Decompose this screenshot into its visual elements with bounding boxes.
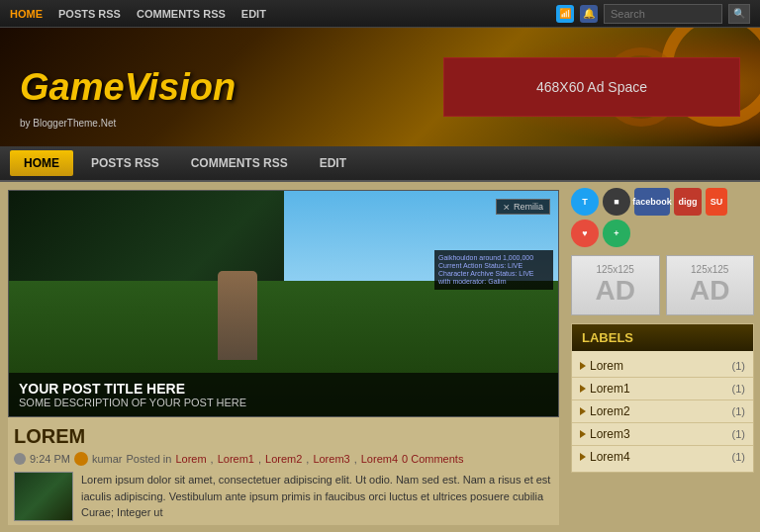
label-count-0: (1)	[732, 360, 745, 372]
twitter-button[interactable]: T	[571, 188, 599, 216]
label-item-0[interactable]: Lorem (1)	[572, 355, 753, 378]
plus-button[interactable]: +	[603, 220, 630, 247]
ad-box-2-size: 125x125	[691, 264, 728, 275]
stumbleupon-button[interactable]: SU	[706, 188, 727, 216]
site-header: GameVision by BloggerTheme.Net 468X60 Ad…	[0, 28, 760, 146]
label-item-2[interactable]: Lorem2 (1)	[572, 400, 753, 423]
content-area: ⨯ Remilia Gaikhouldon around 1,000,000 C…	[0, 182, 567, 532]
label-count-3: (1)	[732, 428, 745, 440]
second-navigation: HOME POSTS RSS COMMENTS RSS EDIT	[0, 146, 760, 182]
label-text-3: Lorem3	[590, 427, 728, 441]
chevron-icon-0	[580, 362, 586, 370]
author-icon	[74, 452, 88, 466]
label-text-1: Lorem1	[590, 382, 728, 396]
character-silhouette	[218, 271, 257, 360]
dark-social-button[interactable]: ■	[603, 188, 630, 216]
nav-posts-rss[interactable]: POSTS RSS	[77, 150, 173, 176]
ad-boxes: 125x125 AD 125x125 AD	[571, 255, 754, 315]
stat-line-1: Gaikhouldon around 1,000,000	[438, 254, 549, 261]
label-text-4: Lorem4	[590, 450, 728, 464]
label-count-1: (1)	[732, 383, 745, 395]
logo-game: Game	[20, 66, 125, 108]
top-nav-edit[interactable]: EDIT	[241, 8, 266, 20]
site-tagline: by BloggerTheme.Net	[20, 118, 116, 129]
featured-post-desc: SOME DESCRIPTION OF YOUR POST HERE	[19, 397, 548, 408]
rss-icon[interactable]: 📶	[556, 5, 574, 23]
featured-post-title: YOUR POST TITLE HERE	[19, 381, 548, 397]
feed-icon[interactable]: 🔔	[580, 5, 598, 23]
label-item-3[interactable]: Lorem3 (1)	[572, 423, 753, 446]
comments-link[interactable]: 0 Comments	[402, 453, 463, 465]
top-nav-comments-rss[interactable]: COMMENTS RSS	[137, 8, 226, 20]
remilia-badge: ⨯ Remilia	[496, 199, 550, 215]
ad-box-2-label: AD	[690, 275, 729, 307]
post-meta: 9:24 PM kumar Posted in Lorem , Lorem1 ,…	[14, 452, 553, 466]
nav-comments-rss[interactable]: COMMENTS RSS	[177, 150, 302, 176]
social-row: T ■ facebook digg SU ♥ +	[571, 188, 754, 247]
post-posted-in: Posted in	[127, 453, 172, 465]
post-time: 9:24 PM	[30, 453, 70, 465]
chevron-icon-3	[580, 430, 586, 438]
labels-widget-header: LABELS	[572, 324, 753, 351]
label-count-4: (1)	[732, 451, 745, 463]
post-excerpt: Lorem ipsum dolor sit amet, consectetuer…	[14, 472, 553, 521]
top-nav-home[interactable]: HOME	[10, 8, 43, 20]
main-area: ⨯ Remilia Gaikhouldon around 1,000,000 C…	[0, 182, 760, 532]
category-lorem2[interactable]: Lorem2	[265, 453, 302, 465]
category-lorem3[interactable]: Lorem3	[313, 453, 349, 465]
header-ad[interactable]: 468X60 Ad Space	[443, 57, 740, 117]
ad-box-1[interactable]: 125x125 AD	[571, 255, 660, 315]
nav-home[interactable]: HOME	[10, 150, 73, 176]
nav-edit[interactable]: EDIT	[306, 150, 360, 176]
sidebar: T ■ facebook digg SU ♥ + 125x125 AD 125x…	[567, 182, 760, 532]
stat-line-3: Character Archive Status: LIVE	[438, 270, 549, 277]
label-item-1[interactable]: Lorem1 (1)	[572, 378, 753, 400]
stat-line-4: with moderator: Galim	[438, 278, 549, 285]
search-button[interactable]: 🔍	[728, 4, 750, 24]
category-lorem4[interactable]: Lorem4	[361, 453, 398, 465]
stat-line-2: Current Action Status: LIVE	[438, 262, 549, 269]
post-thumbnail	[14, 472, 73, 521]
top-navigation: HOME POSTS RSS COMMENTS RSS EDIT 📶 🔔 🔍	[0, 0, 760, 28]
clock-icon	[14, 453, 26, 465]
search-input[interactable]	[604, 4, 722, 24]
chevron-icon-2	[580, 407, 586, 415]
heart-button[interactable]: ♥	[571, 220, 599, 247]
facebook-button[interactable]: facebook	[634, 188, 670, 216]
label-count-2: (1)	[732, 405, 745, 417]
chevron-icon-1	[580, 385, 586, 393]
ad-box-1-label: AD	[596, 275, 635, 307]
labels-widget: LABELS Lorem (1) Lorem1 (1) Lorem2 (1)	[571, 323, 754, 473]
post-text: Lorem ipsum dolor sit amet, consectetuer…	[81, 472, 553, 521]
post-section: LOREM 9:24 PM kumar Posted in Lorem , Lo…	[8, 417, 559, 525]
ad-box-2[interactable]: 125x125 AD	[666, 255, 755, 315]
logo-vision: Vision	[125, 66, 237, 108]
labels-list: Lorem (1) Lorem1 (1) Lorem2 (1) Lorem3 (…	[572, 351, 753, 472]
game-stats-panel: Gaikhouldon around 1,000,000 Current Act…	[434, 250, 553, 290]
site-logo: GameVision	[20, 66, 236, 109]
label-text-2: Lorem2	[590, 404, 728, 418]
category-lorem1[interactable]: Lorem1	[218, 453, 254, 465]
post-overlay: YOUR POST TITLE HERE SOME DESCRIPTION OF…	[9, 373, 558, 416]
ad-box-1-size: 125x125	[597, 264, 634, 275]
post-heading: LOREM	[14, 425, 553, 448]
label-item-4[interactable]: Lorem4 (1)	[572, 446, 753, 468]
header-ad-text: 468X60 Ad Space	[536, 79, 647, 95]
featured-image: ⨯ Remilia Gaikhouldon around 1,000,000 C…	[8, 190, 559, 417]
label-text-0: Lorem	[590, 359, 728, 373]
post-author: kumar	[92, 453, 123, 465]
chevron-icon-4	[580, 453, 586, 461]
digg-button[interactable]: digg	[674, 188, 702, 216]
top-nav-posts-rss[interactable]: POSTS RSS	[58, 8, 121, 20]
category-lorem[interactable]: Lorem	[175, 453, 206, 465]
top-nav-right: 📶 🔔 🔍	[556, 4, 750, 24]
